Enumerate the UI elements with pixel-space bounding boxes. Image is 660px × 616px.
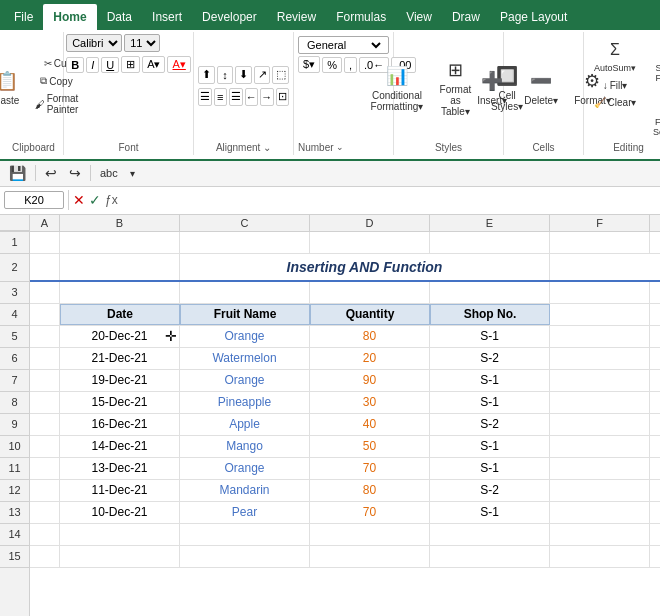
- tab-file[interactable]: File: [4, 4, 43, 30]
- cell-f11[interactable]: [550, 458, 650, 479]
- text-angle-button[interactable]: ↗: [254, 66, 271, 84]
- redo-button[interactable]: ↪: [66, 164, 84, 182]
- tab-view[interactable]: View: [396, 4, 442, 30]
- cell-f12[interactable]: [550, 480, 650, 501]
- bold-button[interactable]: B: [66, 57, 84, 73]
- cell-e12[interactable]: S-2: [430, 480, 550, 501]
- cell-b11[interactable]: 13-Dec-21: [60, 458, 180, 479]
- tab-home[interactable]: Home: [43, 4, 96, 30]
- cell-f14[interactable]: [550, 524, 650, 545]
- cell-f6[interactable]: [550, 348, 650, 369]
- cell-e1[interactable]: [430, 232, 550, 253]
- cell-c5[interactable]: Orange: [180, 326, 310, 347]
- row-header-6[interactable]: 6: [0, 348, 29, 370]
- tab-data[interactable]: Data: [97, 4, 142, 30]
- tab-insert[interactable]: Insert: [142, 4, 192, 30]
- cell-f9[interactable]: [550, 414, 650, 435]
- cell-f3[interactable]: [550, 282, 650, 303]
- cell-f15[interactable]: [550, 546, 650, 567]
- cell-c9[interactable]: Apple: [180, 414, 310, 435]
- align-center-button[interactable]: ≡: [214, 88, 228, 106]
- cell-b3[interactable]: [60, 282, 180, 303]
- cell-b14[interactable]: [60, 524, 180, 545]
- cell-a5[interactable]: [30, 326, 60, 347]
- cell-f5[interactable]: [550, 326, 650, 347]
- cell-b6[interactable]: 21-Dec-21: [60, 348, 180, 369]
- cell-b12[interactable]: 11-Dec-21: [60, 480, 180, 501]
- cell-d15[interactable]: [310, 546, 430, 567]
- align-middle-button[interactable]: ↕: [217, 66, 234, 84]
- font-color-button[interactable]: A▾: [167, 56, 190, 73]
- col-header-e[interactable]: E: [430, 215, 550, 231]
- delete-cells-button[interactable]: ➖ Delete▾: [518, 65, 564, 108]
- cell-c14[interactable]: [180, 524, 310, 545]
- row-header-13[interactable]: 13: [0, 502, 29, 524]
- cell-e6[interactable]: S-2: [430, 348, 550, 369]
- align-top-button[interactable]: ⬆: [198, 66, 215, 84]
- cell-e3[interactable]: [430, 282, 550, 303]
- align-right-button[interactable]: ☰: [229, 88, 243, 106]
- cell-d4[interactable]: Quantity: [310, 304, 430, 325]
- cell-b10[interactable]: 14-Dec-21: [60, 436, 180, 457]
- align-bottom-button[interactable]: ⬇: [235, 66, 252, 84]
- cell-e2[interactable]: [550, 254, 660, 280]
- col-header-f[interactable]: F: [550, 215, 650, 231]
- cell-a3[interactable]: [30, 282, 60, 303]
- underline-button[interactable]: U: [101, 57, 119, 73]
- sum-button[interactable]: Σ AutoSum▾: [588, 34, 642, 76]
- cell-d14[interactable]: [310, 524, 430, 545]
- decrease-indent-button[interactable]: ←: [245, 88, 259, 106]
- cell-d6[interactable]: 20: [310, 348, 430, 369]
- cell-a4[interactable]: [30, 304, 60, 325]
- save-button[interactable]: 💾: [6, 164, 29, 182]
- cell-d5[interactable]: 80: [310, 326, 430, 347]
- row-header-14[interactable]: 14: [0, 524, 29, 546]
- cell-e9[interactable]: S-2: [430, 414, 550, 435]
- cell-a1[interactable]: [30, 232, 60, 253]
- cell-c11[interactable]: Orange: [180, 458, 310, 479]
- cell-c8[interactable]: Pineapple: [180, 392, 310, 413]
- cell-c12[interactable]: Mandarin: [180, 480, 310, 501]
- align-left-button[interactable]: ☰: [198, 88, 212, 106]
- comma-button[interactable]: ,: [344, 57, 357, 73]
- row-header-2[interactable]: 2: [0, 254, 29, 282]
- tab-review[interactable]: Review: [267, 4, 326, 30]
- currency-button[interactable]: $▾: [298, 56, 320, 73]
- row-header-5[interactable]: 5: [0, 326, 29, 348]
- cell-f8[interactable]: [550, 392, 650, 413]
- cell-e13[interactable]: S-1: [430, 502, 550, 523]
- row-header-1[interactable]: 1: [0, 232, 29, 254]
- cell-e10[interactable]: S-1: [430, 436, 550, 457]
- merge-center-button[interactable]: ⊡: [276, 88, 290, 106]
- row-header-11[interactable]: 11: [0, 458, 29, 480]
- cell-c10[interactable]: Mango: [180, 436, 310, 457]
- cell-a12[interactable]: [30, 480, 60, 501]
- cell-a6[interactable]: [30, 348, 60, 369]
- cell-f13[interactable]: [550, 502, 650, 523]
- cell-b15[interactable]: [60, 546, 180, 567]
- cell-b9[interactable]: 16-Dec-21: [60, 414, 180, 435]
- cell-f10[interactable]: [550, 436, 650, 457]
- cell-d8[interactable]: 30: [310, 392, 430, 413]
- cell-f1[interactable]: [550, 232, 650, 253]
- cell-e8[interactable]: S-1: [430, 392, 550, 413]
- cell-a2[interactable]: [30, 254, 60, 280]
- row-header-9[interactable]: 9: [0, 414, 29, 436]
- italic-button[interactable]: I: [86, 57, 99, 73]
- cell-a8[interactable]: [30, 392, 60, 413]
- paste-button[interactable]: 📋 Paste: [0, 65, 29, 108]
- row-header-7[interactable]: 7: [0, 370, 29, 392]
- row-header-10[interactable]: 10: [0, 436, 29, 458]
- cell-c15[interactable]: [180, 546, 310, 567]
- cell-b5[interactable]: 20-Dec-21✛: [60, 326, 180, 347]
- wrap-text-button[interactable]: ⬚: [272, 66, 289, 84]
- cell-b8[interactable]: 15-Dec-21: [60, 392, 180, 413]
- cell-b4[interactable]: Date: [60, 304, 180, 325]
- sort-filter-button[interactable]: ↕ Sort &Filter▾: [646, 34, 660, 86]
- percent-button[interactable]: %: [322, 57, 342, 73]
- cell-e4[interactable]: Shop No.: [430, 304, 550, 325]
- col-header-c[interactable]: C: [180, 215, 310, 231]
- cell-d3[interactable]: [310, 282, 430, 303]
- cell-a9[interactable]: [30, 414, 60, 435]
- undo-button[interactable]: ↩: [42, 164, 60, 182]
